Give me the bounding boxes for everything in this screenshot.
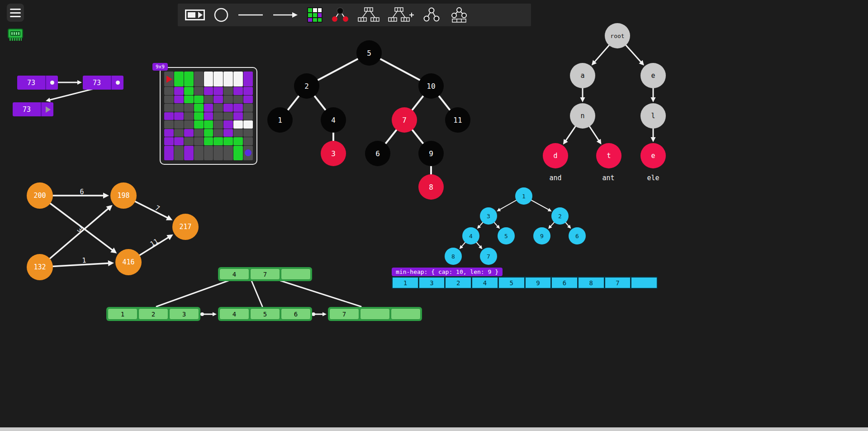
matrix-cell[interactable]	[243, 87, 253, 95]
node-tool-button[interactable]	[185, 10, 205, 20]
drawing-canvas[interactable]: 9x9 5210147113698rootaenldteandantele631…	[0, 0, 868, 431]
matrix-cell[interactable]	[204, 96, 213, 103]
linked-list-node[interactable]: 73	[83, 76, 123, 90]
matrix-cell[interactable]	[243, 137, 253, 145]
hamburger-menu-button[interactable]	[7, 4, 24, 22]
heap-array-cell[interactable]: 7	[605, 278, 631, 288]
heap-array-cell[interactable]: 6	[552, 278, 577, 288]
matrix-cell[interactable]	[213, 146, 223, 160]
matrix-cell[interactable]	[194, 120, 204, 128]
list-box[interactable]: 47	[218, 267, 312, 281]
matrix-cell[interactable]	[213, 112, 223, 120]
trie-node[interactable]: t	[596, 143, 621, 168]
matrix-cell[interactable]	[184, 112, 194, 120]
heap-node[interactable]: 1	[515, 187, 532, 205]
binary-tree-tool-button[interactable]	[331, 7, 349, 23]
graph-node[interactable]: 416	[115, 249, 142, 275]
matrix-grid[interactable]	[160, 67, 257, 165]
bst-node[interactable]: 1	[267, 107, 293, 133]
matrix-cell[interactable]	[184, 104, 194, 111]
matrix-cell[interactable]	[204, 146, 213, 160]
heap-array-cell[interactable]	[631, 278, 657, 288]
list-box[interactable]: 123	[106, 307, 200, 321]
matrix-cell[interactable]	[243, 104, 253, 111]
list-cell[interactable]	[281, 268, 311, 280]
matrix-cell[interactable]	[164, 146, 174, 160]
line-tool-button[interactable]	[237, 13, 264, 17]
matrix-cell[interactable]	[243, 120, 253, 128]
trie-node[interactable]: e	[640, 63, 666, 88]
matrix-cell[interactable]	[204, 72, 213, 86]
matrix-cell[interactable]	[194, 146, 204, 160]
list-box[interactable]: 7	[328, 307, 422, 321]
matrix-cell[interactable]	[164, 112, 174, 120]
matrix-cell[interactable]	[194, 129, 204, 137]
arrow-tool-button[interactable]	[272, 11, 299, 19]
list-cell[interactable]: 2	[138, 308, 168, 320]
graph-node[interactable]: 198	[110, 182, 137, 209]
matrix-cell[interactable]	[164, 120, 174, 128]
bst-node[interactable]: 8	[418, 174, 444, 200]
matrix-cell[interactable]	[194, 137, 204, 145]
matrix-cell[interactable]	[164, 87, 174, 95]
trie-node[interactable]: l	[640, 103, 666, 129]
ram-chip-icon[interactable]	[7, 26, 24, 44]
matrix-cell[interactable]	[204, 112, 213, 120]
matrix-cell[interactable]	[223, 104, 233, 111]
array-tree-tool-button[interactable]	[358, 7, 379, 23]
matrix-cell[interactable]	[213, 120, 223, 128]
matrix-cell[interactable]	[194, 104, 204, 111]
matrix-cell[interactable]	[174, 72, 184, 86]
matrix-cell[interactable]	[223, 137, 233, 145]
matrix-cell[interactable]	[174, 137, 184, 145]
heap-array-cell[interactable]: 9	[526, 278, 551, 288]
matrix-cell[interactable]	[184, 72, 194, 86]
matrix-cell[interactable]	[174, 96, 184, 103]
matrix-cell[interactable]	[164, 96, 174, 103]
matrix-cell[interactable]	[213, 96, 223, 103]
graph-node[interactable]: 200	[27, 182, 53, 209]
matrix-cell[interactable]	[243, 112, 253, 120]
matrix-cell[interactable]	[223, 120, 233, 128]
heap-array-cell[interactable]: 3	[419, 278, 445, 288]
matrix-cell[interactable]	[243, 146, 253, 160]
matrix-cell[interactable]	[223, 129, 233, 137]
matrix-cell[interactable]	[174, 87, 184, 95]
matrix-cell[interactable]	[233, 112, 243, 120]
matrix-cell[interactable]	[184, 87, 194, 95]
graph-node[interactable]: 217	[172, 214, 199, 240]
bst-node[interactable]: 7	[392, 107, 417, 133]
bst-node[interactable]: 9	[418, 141, 444, 166]
array-tree-plus-tool-button[interactable]	[388, 7, 414, 23]
bst-node[interactable]: 5	[356, 40, 382, 66]
matrix-cell[interactable]	[204, 104, 213, 111]
matrix-cell[interactable]	[233, 146, 243, 160]
matrix-cell[interactable]	[213, 129, 223, 137]
list-cell[interactable]: 4	[219, 268, 249, 280]
graph-tool-button[interactable]	[423, 7, 440, 23]
matrix-cell[interactable]	[223, 112, 233, 120]
matrix-cell[interactable]	[243, 96, 253, 103]
matrix-cell[interactable]	[213, 72, 223, 86]
heap-node[interactable]: 5	[498, 227, 515, 244]
trie-node[interactable]: e	[640, 143, 666, 168]
bst-node[interactable]: 4	[321, 107, 346, 133]
matrix-cell[interactable]	[223, 96, 233, 103]
matrix-cell[interactable]	[194, 96, 204, 103]
bst-node[interactable]: 11	[445, 107, 470, 133]
matrix-cell[interactable]	[243, 129, 253, 137]
list-cell[interactable]: 4	[219, 308, 249, 320]
matrix-cell[interactable]	[184, 120, 194, 128]
matrix-cell[interactable]	[204, 120, 213, 128]
matrix-cell[interactable]	[174, 146, 184, 160]
matrix-cell[interactable]	[174, 129, 184, 137]
list-cell[interactable]	[391, 308, 421, 320]
bst-node[interactable]: 2	[294, 73, 319, 99]
trie-node[interactable]: n	[570, 103, 595, 129]
matrix-cell[interactable]	[164, 137, 174, 145]
matrix-cell[interactable]	[233, 96, 243, 103]
heap-array-cell[interactable]: 2	[446, 278, 471, 288]
matrix-cell[interactable]	[184, 96, 194, 103]
matrix-cell[interactable]	[184, 137, 194, 145]
bst-node[interactable]: 3	[321, 141, 346, 166]
